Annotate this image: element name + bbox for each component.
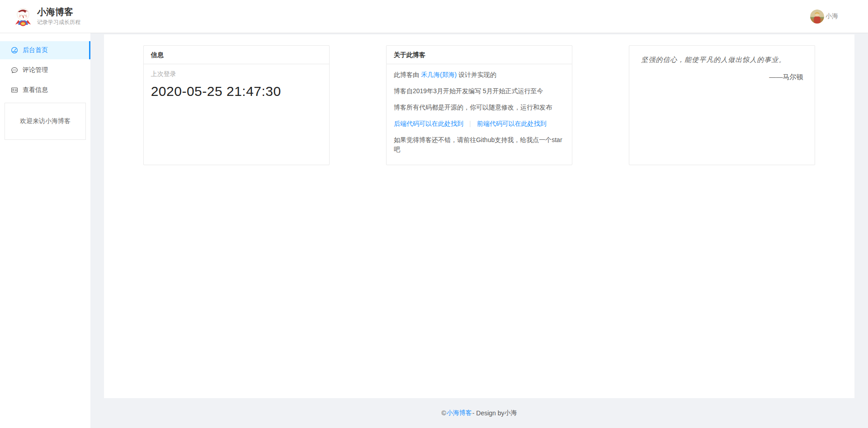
frontend-code-link[interactable]: 前端代码可以在此处找到 (477, 120, 547, 127)
site-logo-icon (14, 6, 33, 26)
brand[interactable]: 小海博客 记录学习成长历程 (14, 6, 80, 26)
main-panel: 信息 上次登录 2020-05-25 21:47:30 关于此博客 此博客由 禾… (104, 34, 854, 398)
about-line-author: 此博客由 禾几海(郑海) 设计并实现的 (394, 70, 565, 80)
about-line-code-links: 后端代码可以在此处找到|前端代码可以在此处找到 (394, 119, 565, 128)
quote-card: 坚强的信心，能使平凡的人做出惊人的事业。 ——马尔顿 (629, 45, 815, 165)
footer-middle-text: - Design by (472, 409, 505, 417)
about-line1-prefix: 此博客由 (394, 71, 421, 78)
welcome-box: 欢迎来访小海博客 (5, 103, 86, 140)
quote-text: 坚强的信心，能使平凡的人做出惊人的事业。 (641, 55, 803, 65)
dashboard-icon (11, 47, 18, 54)
about-line1-suffix: 设计并实现的 (457, 71, 496, 78)
cards-row: 信息 上次登录 2020-05-25 21:47:30 关于此博客 此博客由 禾… (115, 45, 844, 165)
footer-designer: 小海 (505, 409, 517, 417)
user-avatar[interactable] (810, 10, 824, 24)
links-divider: | (469, 120, 471, 127)
info-card-title: 信息 (144, 46, 329, 64)
sidebar-item-label: 查看信息 (23, 86, 48, 94)
about-line-history: 博客自2019年3月开始开发编写 5月开始正式运行至今 (394, 86, 565, 96)
about-card-title: 关于此博客 (387, 46, 572, 64)
footer-copyright: © (441, 409, 446, 417)
page-footer: © 小海博客 - Design by 小海 (90, 398, 868, 428)
quote-card-body: 坚强的信心，能使平凡的人做出惊人的事业。 ——马尔顿 (629, 46, 815, 90)
user-name: 小海 (826, 12, 838, 20)
about-card-body: 此博客由 禾几海(郑海) 设计并实现的 博客自2019年3月开始开发编写 5月开… (387, 64, 572, 160)
welcome-text: 欢迎来访小海博客 (20, 117, 71, 125)
app-root: 小海博客 记录学习成长历程 小海 (0, 0, 868, 428)
author-link[interactable]: 禾几海(郑海) (421, 71, 457, 78)
about-line-star: 如果觉得博客还不错，请前往Github支持我，给我点一个star吧 (394, 135, 565, 154)
site-subtitle: 记录学习成长历程 (37, 19, 80, 26)
about-line-opensource: 博客所有代码都是开源的，你可以随意修改，运行和发布 (394, 103, 565, 112)
layout: 后台首页 评论管理 查看信息 (0, 33, 868, 428)
app-header: 小海博客 记录学习成长历程 小海 (0, 0, 868, 33)
last-login-time: 2020-05-25 21:47:30 (151, 84, 322, 99)
sidebar-item-comments[interactable]: 评论管理 (0, 61, 90, 79)
brand-text: 小海博客 记录学习成长历程 (37, 6, 80, 26)
sidebar-item-label: 评论管理 (23, 66, 48, 74)
user-menu[interactable]: 小海 (810, 10, 838, 24)
info-card: 信息 上次登录 2020-05-25 21:47:30 (143, 45, 330, 165)
sidebar-item-dashboard[interactable]: 后台首页 (0, 41, 90, 59)
last-login-label: 上次登录 (151, 70, 322, 78)
info-card-body: 上次登录 2020-05-25 21:47:30 (144, 64, 329, 105)
user-avatar-photo-icon (810, 10, 824, 24)
idcard-icon (11, 86, 18, 94)
backend-code-link[interactable]: 后端代码可以在此处找到 (394, 120, 463, 127)
sidebar: 后台首页 评论管理 查看信息 (0, 33, 90, 428)
about-card: 关于此博客 此博客由 禾几海(郑海) 设计并实现的 博客自2019年3月开始开发… (386, 45, 572, 165)
site-title: 小海博客 (37, 6, 80, 18)
sidebar-item-label: 后台首页 (23, 46, 48, 54)
comment-icon (11, 67, 18, 74)
quote-author: ——马尔顿 (641, 73, 803, 81)
sidebar-item-view-info[interactable]: 查看信息 (0, 81, 90, 99)
content-column: 信息 上次登录 2020-05-25 21:47:30 关于此博客 此博客由 禾… (90, 33, 868, 428)
footer-site-link[interactable]: 小海博客 (447, 409, 472, 417)
